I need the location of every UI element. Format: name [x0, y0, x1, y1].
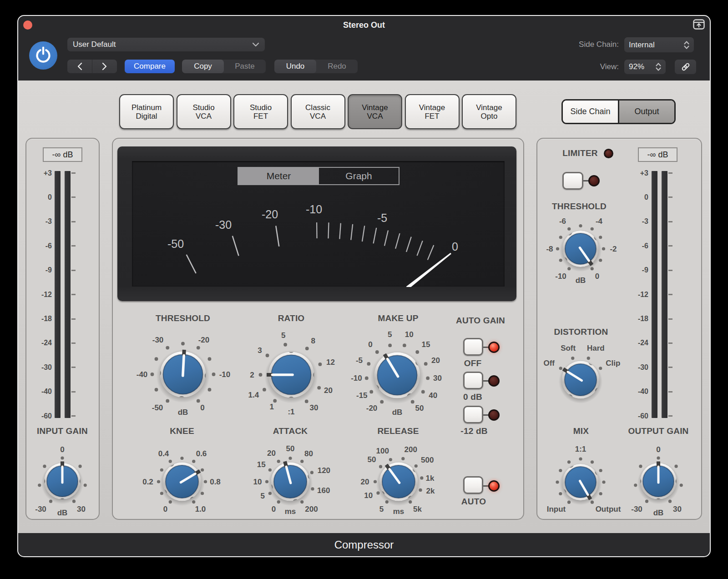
knob-unit-label: ms	[393, 507, 404, 516]
attack-knob[interactable]: 051015205080120160200ms	[240, 432, 340, 532]
make-up-knob[interactable]: -20-15-10-505101520304050dB	[336, 314, 459, 437]
side-chain-tab[interactable]: Side Chain	[563, 101, 619, 123]
knob-tick-dot	[567, 460, 571, 463]
limiter-button[interactable]	[562, 172, 583, 190]
preset-dropdown[interactable]: User Default	[67, 38, 265, 51]
auto-gain-option-label: OFF	[464, 358, 482, 368]
tab-graph[interactable]: Graph	[319, 168, 399, 184]
model-button-studio-fet[interactable]: StudioFET	[233, 94, 288, 129]
model-button-vintage-fet[interactable]: VintageFET	[405, 94, 460, 129]
undo-button[interactable]: Undo	[274, 60, 316, 73]
knob-tick-dot	[84, 483, 87, 487]
vu-major-tick	[233, 236, 239, 256]
knob-scale-label: 5	[379, 505, 384, 514]
knob-tick-dot	[375, 350, 379, 354]
previous-preset-button[interactable]	[67, 60, 92, 73]
output-gain-knob[interactable]: 0-3030dB	[611, 433, 706, 529]
model-button-platinum-digital[interactable]: PlatinumDigital	[119, 94, 174, 129]
knob-tick-dot	[599, 236, 602, 239]
side-chain-output-toggle: Side Chain Output	[561, 99, 676, 124]
tab-meter[interactable]: Meter	[238, 168, 319, 184]
release-knob[interactable]: 51020501002005001k2k5kms	[349, 432, 449, 532]
vu-minor-tick	[328, 222, 329, 238]
distortion-knob[interactable]: OffSoftHardClip	[531, 330, 631, 430]
knob-tick-dot	[579, 457, 582, 460]
circuit-type-selector: PlatinumDigitalStudioVCAStudioFETClassic…	[119, 94, 516, 129]
link-button[interactable]	[675, 60, 696, 74]
model-button-vintage-vca[interactable]: VintageVCA	[348, 94, 402, 129]
knob-scale-label: -20	[198, 336, 210, 344]
output-tab[interactable]: Output	[619, 101, 674, 123]
knob-scale-label: 20	[324, 386, 333, 395]
knob-scale-label: 5	[281, 331, 285, 340]
knob-tick-dot	[599, 367, 602, 370]
model-button-classic-vca[interactable]: ClassicVCA	[291, 94, 345, 129]
knob-tick-dot	[180, 457, 183, 460]
model-button-studio-vca[interactable]: StudioVCA	[177, 94, 231, 129]
knob-tick-dot	[680, 483, 683, 487]
vu-minor-tick	[395, 233, 399, 249]
meter-tick	[71, 294, 76, 295]
meter-scale-label: -9	[25, 266, 52, 274]
vu-minor-tick	[428, 245, 434, 260]
knob-scale-label: 1.0	[195, 505, 206, 514]
next-preset-button[interactable]	[92, 60, 117, 73]
knob-tick-dot	[365, 377, 369, 380]
knob-scale-label: -30	[152, 336, 164, 344]
knob-scale-label: 10	[364, 491, 373, 500]
knob-tick-dot	[567, 227, 571, 231]
copy-button[interactable]: Copy	[182, 60, 224, 73]
knob-tick-dot	[602, 480, 605, 483]
power-button[interactable]	[29, 41, 57, 70]
limiter-threshold-knob[interactable]: -10-8-6-4-20dB	[535, 203, 626, 294]
knob-scale-label: 20	[361, 478, 369, 486]
knee-knob[interactable]: 00.20.40.60.81.0	[132, 432, 232, 532]
meter-tick	[71, 172, 76, 174]
auto-gain-option-button-0db[interactable]	[463, 372, 483, 389]
knob-scale-label: 5k	[413, 505, 422, 514]
knob-tick-dot	[415, 464, 418, 468]
input-meter-value: -∞ dB	[43, 147, 82, 162]
knob-tick-dot	[288, 457, 292, 460]
auto-label: AUTO	[461, 497, 486, 507]
meter-bar	[65, 171, 71, 418]
vu-minor-tick	[384, 230, 388, 246]
knob-scale-label: 1	[270, 403, 274, 411]
knob-scale-label: 200	[404, 445, 417, 454]
auto-gain-option-button--12db[interactable]	[463, 406, 483, 423]
vu-minor-tick	[374, 228, 377, 243]
knob-scale-label: Hard	[587, 344, 605, 352]
knob-tick-dot	[259, 373, 263, 377]
knob-scale-label: 0	[656, 445, 660, 454]
knob-tick-dot	[367, 362, 370, 366]
plugin-footer: Compressor	[18, 533, 710, 556]
meter-scale-label: +3	[25, 169, 52, 177]
knob-tick-dot	[155, 357, 158, 361]
paste-button[interactable]: Paste	[224, 60, 266, 73]
knob-scale-label: 10	[405, 330, 414, 339]
model-button-vintage-opto[interactable]: VintageOpto	[462, 94, 516, 129]
auto-led	[488, 480, 500, 492]
vu-scale-label: -50	[167, 237, 184, 250]
plugin-window: Stereo Out User Default	[17, 15, 711, 557]
knob-scale-label: -2	[610, 245, 617, 253]
knob-tick-dot	[61, 456, 64, 459]
redo-button[interactable]: Redo	[316, 60, 358, 73]
threshold-knob[interactable]: -50-40-30-20-100dB	[121, 313, 244, 436]
plugin-body: PlatinumDigitalStudioVCAStudioFETClassic…	[18, 81, 710, 533]
ratio-knob[interactable]: 11.42358122030:1	[230, 313, 353, 436]
auto-gain-option-button-off[interactable]	[463, 338, 483, 356]
vu-minor-tick	[351, 224, 353, 240]
knob-scale-label: 0	[60, 445, 64, 454]
knob-tick-dot	[602, 247, 605, 250]
meter-scale-label: -6	[25, 242, 52, 250]
knob-tick-dot	[208, 357, 212, 361]
auto-release-button[interactable]	[463, 476, 483, 494]
side-chain-dropdown[interactable]: Internal	[624, 37, 694, 52]
knob-scale-label: 30	[310, 403, 318, 412]
knob-scale-label: 0.4	[158, 449, 169, 458]
input-gain-knob[interactable]: 0-3030dB	[17, 433, 110, 529]
open-in-window-icon[interactable]	[693, 19, 705, 30]
compare-button[interactable]: Compare	[125, 60, 175, 73]
view-zoom-stepper[interactable]: 92%	[624, 60, 666, 74]
